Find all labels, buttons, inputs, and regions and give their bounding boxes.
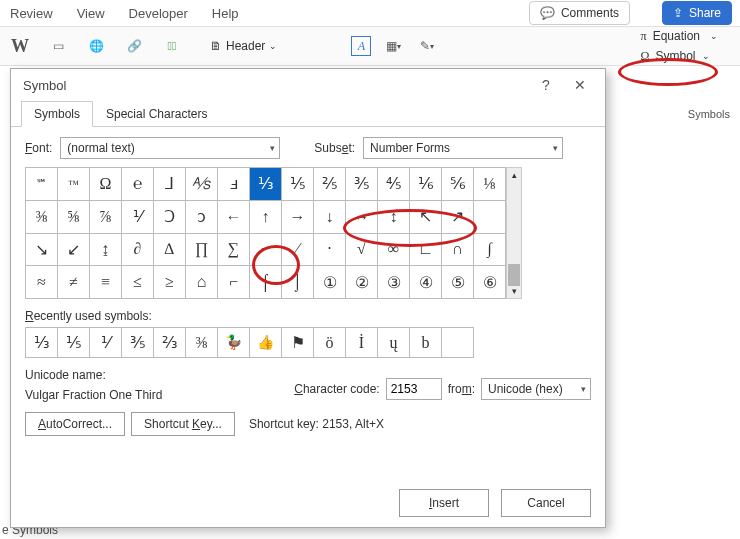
symbol-cell[interactable]: ⅟	[122, 200, 154, 233]
tab-help[interactable]: Help	[212, 6, 239, 21]
recent-cell[interactable]	[442, 328, 474, 358]
symbol-cell-selected[interactable]: ⅓	[250, 168, 282, 201]
symbol-cell[interactable]: ∏	[186, 233, 218, 266]
symbol-cell[interactable]: ⅜	[26, 200, 58, 233]
symbol-cell[interactable]: ⌠	[250, 266, 282, 299]
symbol-cell[interactable]: Ↄ	[154, 200, 186, 233]
symbol-cell[interactable]: Ω	[90, 168, 122, 201]
symbol-cell[interactable]: ∞	[378, 233, 410, 266]
globe-icon[interactable]: 🌐	[84, 34, 108, 58]
symbol-cell[interactable]: ≈	[26, 266, 58, 299]
recent-cell[interactable]: ⅜	[186, 328, 218, 358]
scroll-up-icon[interactable]: ▴	[512, 168, 517, 180]
symbol-cell[interactable]: ⌡	[282, 266, 314, 299]
symbol-cell[interactable]: ⅞	[90, 200, 122, 233]
header-dropdown[interactable]: 🗎 Header ⌄	[210, 39, 277, 53]
recent-cell[interactable]: ö	[314, 328, 346, 358]
symbol-cell[interactable]: ∆	[154, 233, 186, 266]
symbol-cell[interactable]: ↄ	[186, 200, 218, 233]
recent-cell[interactable]: ⚑	[282, 328, 314, 358]
symbol-cell[interactable]: ⅘	[378, 168, 410, 201]
symbol-cell[interactable]: ↓	[314, 200, 346, 233]
close-button[interactable]: ✕	[563, 71, 597, 99]
symbol-cell[interactable]: ⅎ	[218, 168, 250, 201]
cancel-button[interactable]: Cancel	[501, 489, 591, 517]
recent-cell[interactable]: 🦆	[218, 328, 250, 358]
grid-scrollbar[interactable]: ▴ ▾	[506, 167, 522, 299]
symbol-cell[interactable]: →	[282, 200, 314, 233]
symbol-cell[interactable]: ④	[410, 266, 442, 299]
font-combo[interactable]: (normal text) ▾	[60, 137, 280, 159]
subset-combo[interactable]: Number Forms ▾	[363, 137, 563, 159]
recent-grid[interactable]: ⅓ ⅕ ⅟ ⅗ ⅔ ⅜ 🦆 👍 ⚑ ö İ ų b	[25, 327, 474, 358]
symbol-cell[interactable]: ∕	[282, 233, 314, 266]
symbol-cell[interactable]: ⅖	[314, 168, 346, 201]
symbol-cell[interactable]: ⅛	[474, 168, 506, 201]
autocorrect-button[interactable]: AutoCorrect...	[25, 412, 125, 436]
symbol-cell[interactable]: ∑	[218, 233, 250, 266]
symbol-cell[interactable]: ∫	[474, 233, 506, 266]
symbol-cell[interactable]: ⌐	[218, 266, 250, 299]
comments-button[interactable]: 💬 Comments	[529, 1, 630, 25]
symbol-cell[interactable]: ∩	[442, 233, 474, 266]
symbol-cell[interactable]: ↔	[346, 200, 378, 233]
recent-cell[interactable]: 👍	[250, 328, 282, 358]
symbol-cell[interactable]: ↖	[410, 200, 442, 233]
symbol-cell[interactable]: ℠	[26, 168, 58, 201]
textbox-icon[interactable]: A	[351, 36, 371, 56]
symbol-cell[interactable]: ∙	[314, 233, 346, 266]
symbol-cell[interactable]: √	[346, 233, 378, 266]
symbol-cell[interactable]: −	[250, 233, 282, 266]
quickparts-icon[interactable]: ▦▾	[381, 34, 405, 58]
recent-cell[interactable]: ⅟	[90, 328, 122, 358]
tab-special-characters[interactable]: Special Characters	[93, 101, 220, 127]
symbol-cell[interactable]: ∟	[410, 233, 442, 266]
symbol-cell[interactable]: ↨	[90, 233, 122, 266]
symbol-grid[interactable]: ℠ ™ Ω ℮ ⅃ ⅍ ⅎ ⅓ ⅕ ⅖ ⅗ ⅘ ⅙ ⅚ ⅛ ⅜	[25, 167, 506, 299]
symbol-cell[interactable]: ↙	[58, 233, 90, 266]
symbol-cell[interactable]: ↕	[378, 200, 410, 233]
shortcut-key-button[interactable]: Shortcut Key...	[131, 412, 235, 436]
char-code-input[interactable]	[386, 378, 442, 400]
link-icon[interactable]: 🔗	[122, 34, 146, 58]
symbol-cell[interactable]: ↗	[442, 200, 474, 233]
tab-developer[interactable]: Developer	[129, 6, 188, 21]
scrollbar-thumb[interactable]	[508, 264, 520, 286]
wikipedia-icon[interactable]: W	[8, 34, 32, 58]
symbol-cell[interactable]: ⌂	[186, 266, 218, 299]
symbol-cell[interactable]: ™	[58, 168, 90, 201]
scroll-down-icon[interactable]: ▾	[512, 286, 517, 298]
symbol-cell[interactable]: ⅚	[442, 168, 474, 201]
symbol-cell[interactable]: ⑥	[474, 266, 506, 299]
symbol-cell[interactable]: ⅝	[58, 200, 90, 233]
recent-cell[interactable]: b	[410, 328, 442, 358]
symbol-cell[interactable]: ⅍	[186, 168, 218, 201]
recent-cell[interactable]: ⅔	[154, 328, 186, 358]
equation-button[interactable]: π Equation ⌄	[635, 28, 724, 45]
symbol-cell[interactable]: ②	[346, 266, 378, 299]
symbol-cell[interactable]: ⅕	[282, 168, 314, 201]
symbol-cell[interactable]: ↑	[250, 200, 282, 233]
video-icon[interactable]: ▭	[46, 34, 70, 58]
wordart-icon[interactable]: ✎▾	[415, 34, 439, 58]
symbol-cell[interactable]: ℮	[122, 168, 154, 201]
symbol-cell[interactable]: ⅙	[410, 168, 442, 201]
symbol-cell[interactable]: ⅃	[154, 168, 186, 201]
symbol-cell[interactable]: ←	[218, 200, 250, 233]
symbol-cell[interactable]: ⑤	[442, 266, 474, 299]
symbol-cell[interactable]: ∂	[122, 233, 154, 266]
recent-cell[interactable]: ų	[378, 328, 410, 358]
from-combo[interactable]: Unicode (hex) ▾	[481, 378, 591, 400]
tab-symbols[interactable]: Symbols	[21, 101, 93, 127]
symbol-cell[interactable]: ③	[378, 266, 410, 299]
symbol-cell[interactable]: ↘	[26, 233, 58, 266]
symbol-cell[interactable]: ①	[314, 266, 346, 299]
symbol-cell[interactable]: ≡	[90, 266, 122, 299]
recent-cell[interactable]: ⅓	[26, 328, 58, 358]
recent-cell[interactable]: ⅗	[122, 328, 154, 358]
symbol-cell[interactable]: ≥	[154, 266, 186, 299]
symbol-cell[interactable]: ≠	[58, 266, 90, 299]
share-button[interactable]: ⇪ Share	[662, 1, 732, 25]
symbol-cell[interactable]: ⅗	[346, 168, 378, 201]
symbol-button[interactable]: Ω Symbol ⌄	[635, 48, 716, 65]
